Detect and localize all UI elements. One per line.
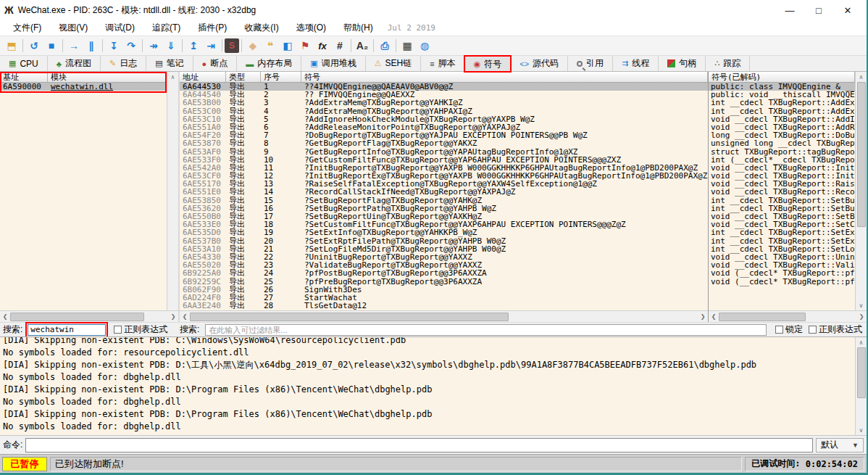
module-search-input[interactable]	[28, 324, 106, 336]
symbol-row[interactable]: 6AE551E0 导出 14 ?RecordCallStackIfNeed@TX…	[180, 188, 708, 196]
symbol-row[interactable]: 6AD224F0 导出 27 StartWachat	[180, 294, 708, 302]
decoded-symbol-row[interactable]: int __cdecl TXBugReport::AddExtraMem(uns…	[709, 99, 855, 107]
decoded-horizontal-scrollbar[interactable]: ❮❯	[709, 310, 867, 322]
tab-script[interactable]: ≡脚本	[421, 56, 464, 71]
symbol-row[interactable]: 6AE542A0 导出 11 ?InitBugReport@TXBugRepor…	[180, 164, 708, 172]
command-profile-dropdown[interactable]: 默认 ▼	[816, 438, 864, 453]
col-module[interactable]: 模块	[48, 72, 167, 82]
symbol-row[interactable]: 6AE53C00 导出 4 ?AddExtraMem@TXBugReport@@…	[180, 107, 708, 115]
close-button[interactable]: ✕	[833, 1, 862, 20]
tab-memory-map[interactable]: ▬内存布局	[237, 56, 301, 71]
tab-cpu[interactable]: ▦CPU	[0, 56, 48, 71]
symbol-row[interactable]: 6A644530 导出 1 ??4IMVQQEngine@@QAEAAV0@AB…	[180, 83, 708, 91]
step-out-icon[interactable]: ↥	[185, 38, 202, 54]
symbol-row[interactable]: 6AE55020 导出 23 ?ValidateBugReport@TXBugR…	[180, 261, 708, 269]
col-base[interactable]: 基址	[0, 72, 48, 82]
run-icon[interactable]: →	[65, 38, 83, 54]
tab-log[interactable]: ✎日志	[101, 56, 146, 71]
log-vertical-scrollbar[interactable]: ∧∨	[855, 337, 867, 435]
symbol-row[interactable]: 6AE537B0 导出 20 ?SetExtRptFilePath@TXBugR…	[180, 237, 708, 245]
menu-trace[interactable]: 追踪(T)	[143, 20, 189, 36]
symbol-row[interactable]: 6AE535D0 导出 19 ?SetExtInfo@TXBugReport@@…	[180, 228, 708, 236]
symbol-regex-checkbox[interactable]	[809, 326, 817, 334]
trace-over-icon[interactable]: ⇓	[162, 38, 180, 54]
menu-debug[interactable]: 调试(D)	[96, 20, 143, 36]
symbol-row[interactable]: 6AE53C10 导出 5 ?AddIgnoreHookCheckModule@…	[180, 115, 708, 123]
tab-call-stack[interactable]: ▣调用堆栈	[301, 56, 365, 71]
tab-seh[interactable]: ⚠SEH链	[366, 56, 422, 71]
attach-icon[interactable]: ⎙	[376, 38, 393, 54]
tab-trace[interactable]: ∴跟踪	[706, 56, 750, 71]
command-input[interactable]	[25, 438, 813, 453]
modules-vertical-scrollbar[interactable]: ∧	[167, 72, 178, 310]
step-into-icon[interactable]: ↧	[105, 38, 122, 54]
symbol-row[interactable]: 6AE53CF0 导出 12 ?InitBugReportEx@TXBugRep…	[180, 172, 708, 180]
hash-icon[interactable]: #	[331, 38, 349, 54]
tab-notes[interactable]: ▤笔记	[146, 56, 193, 71]
menu-view[interactable]: 视图(V)	[50, 20, 96, 36]
symbol-row[interactable]: 6AE54330 导出 22 ?UninitBugReport@TXBugRep…	[180, 253, 708, 261]
decoded-symbol-row[interactable]: struct TXBugReport::tagBugReportInfo * _…	[709, 148, 855, 156]
trace-into-icon[interactable]: ↠	[145, 38, 162, 54]
symbol-row[interactable]: 6AE53620 导出 16 ?SetBugReportPath@TXBugRe…	[180, 205, 708, 212]
restart-icon[interactable]: ↺	[25, 38, 43, 54]
menu-options[interactable]: 选项(O)	[288, 20, 335, 36]
seh-s-icon[interactable]: S	[225, 38, 239, 53]
tab-source[interactable]: <>源代码	[511, 56, 568, 71]
symbol-row[interactable]: 6AE53A10 导出 21 ?SetLogFileMd5Dir@TXBugRe…	[180, 245, 708, 253]
symbol-row[interactable]: 6AE53870 导出 8 ?GetBugReportFlag@TXBugRep…	[180, 139, 708, 147]
tab-graph[interactable]: ♣流程图	[48, 56, 101, 71]
calculator-icon[interactable]: ▦	[398, 38, 416, 54]
menu-file[interactable]: 文件(F)	[4, 20, 50, 36]
symbol-row[interactable]: 6AE53AF0 导出 9 ?GetBugReportInfo@TXBugRep…	[180, 148, 708, 156]
symbol-row[interactable]: 6B92259C 导出 25 ?pfPreBugReport@TXBugRepo…	[180, 278, 708, 286]
tab-handles[interactable]: 句柄	[659, 56, 706, 71]
symbol-row[interactable]: 6AE550B0 导出 17 ?SetBugReportUin@TXBugRep…	[180, 212, 708, 220]
symbol-row[interactable]: 6AE53850 导出 15 ?SetBugReportFlag@TXBugRe…	[180, 197, 708, 205]
open-file-icon[interactable]: ⬒	[3, 38, 20, 54]
strings-icon[interactable]: A₂	[354, 38, 371, 54]
minimize-button[interactable]: —	[775, 1, 804, 20]
col-address[interactable]: 地址	[180, 72, 226, 82]
tab-breakpoints[interactable]: ●断点	[193, 56, 238, 71]
comment-icon[interactable]: ❝	[262, 38, 279, 54]
stop-icon[interactable]: ■	[43, 38, 60, 54]
symbol-row[interactable]: 6B9225A0 导出 24 ?pfPostBugReport@TXBugRep…	[180, 269, 708, 277]
patch-icon[interactable]: ⬥	[244, 38, 262, 54]
modules-horizontal-scrollbar[interactable]: ❮❯	[0, 310, 178, 322]
col-decoded-symbol[interactable]: 符号(已解码)	[709, 72, 855, 82]
symbol-row[interactable]: 6AE53B00 导出 3 ?AddExtraMem@TXBugReport@@…	[180, 99, 708, 107]
run-to-user-code-icon[interactable]: ⇥	[202, 38, 220, 54]
bookmark-icon[interactable]: ⚑	[296, 38, 314, 54]
step-over-icon[interactable]: ↷	[122, 38, 140, 54]
decoded-symbol-row[interactable]: void __cdecl TXBugReport::RecordCallStac…	[709, 188, 855, 196]
decoded-symbol-row[interactable]: void (__cdecl* TXBugReport::pfPreBugRepo…	[709, 278, 855, 286]
symbol-row[interactable]: 6AE533F0 导出 10 ?GetCustomFiltFunc@TXBugR…	[180, 156, 708, 164]
tab-threads[interactable]: ⇉线程	[613, 56, 659, 71]
function-icon[interactable]: fx	[314, 38, 331, 54]
col-type[interactable]: 类型	[226, 72, 261, 82]
tab-references[interactable]: 引用	[568, 56, 613, 71]
menu-favourites[interactable]: 收藏夹(I)	[235, 20, 287, 36]
symbol-row[interactable]: 6AE55170 导出 13 ?RaiseSelfFatalException@…	[180, 180, 708, 188]
symbol-row[interactable]: 6AA3E240 导出 28 TlsGetData@12	[180, 302, 708, 310]
symbols-horizontal-scrollbar[interactable]: ❮❯	[180, 310, 708, 322]
globe-icon[interactable]: ◍	[416, 38, 433, 54]
symbol-row[interactable]: 6B062F90 导出 26 SignWith3Des	[180, 286, 708, 294]
symbol-row[interactable]: 6AE551A0 导出 6 ?AddReleaseMonitorPoint@TX…	[180, 123, 708, 131]
symbol-row[interactable]: 6A644540 导出 2 ??_FIMVQQEngine@@QAEXXZ	[180, 91, 708, 99]
decoded-symbol-row[interactable]: unsigned long __cdecl TXBugReport::GetBu…	[709, 139, 855, 147]
decoded-vertical-scrollbar[interactable]: ∧∨	[855, 72, 867, 310]
symbol-filter-input[interactable]	[205, 324, 767, 336]
decoded-symbol-row[interactable]: int __cdecl TXBugReport::SetExtInfo(unsi…	[709, 228, 855, 236]
symbol-log[interactable]: [DIA] Skipping non-existent PDB: C:\Wind…	[0, 337, 855, 435]
lock-checkbox[interactable]	[775, 326, 783, 334]
menu-help[interactable]: 帮助(H)	[335, 20, 382, 36]
pause-icon[interactable]: ∥	[83, 38, 100, 54]
module-row[interactable]: 6A590000 wechatwin.dll	[0, 83, 167, 91]
tab-symbols[interactable]: ◉符号	[465, 56, 512, 71]
menu-plugins[interactable]: 插件(P)	[189, 20, 235, 36]
symbol-row[interactable]: 6AE533E0 导出 18 ?SetCustomFiltFunc@TXBugR…	[180, 220, 708, 228]
symbol-row[interactable]: 6AE54F20 导出 7 ?DoBugReport@TXBugReport@@…	[180, 131, 708, 139]
module-regex-checkbox[interactable]	[114, 326, 122, 334]
